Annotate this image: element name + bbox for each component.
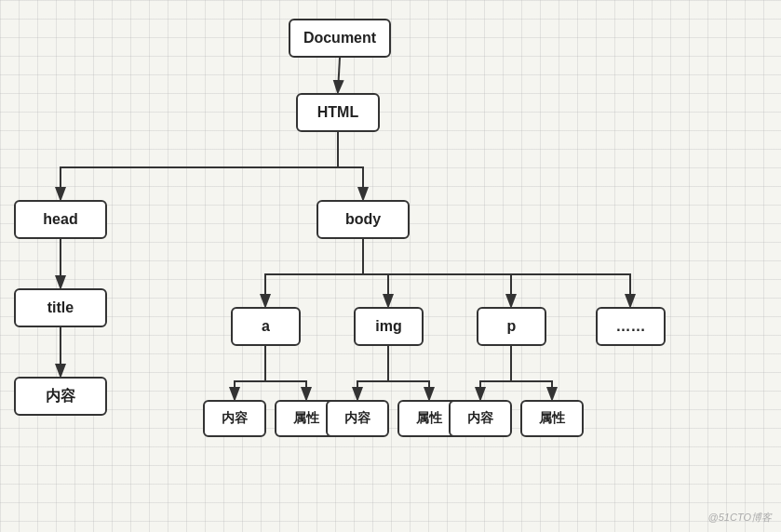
node-p: p: [477, 307, 546, 346]
diagram-container: Document HTML head body title 内容 a img p…: [0, 0, 781, 532]
node-body: body: [316, 200, 410, 239]
node-a: a: [231, 307, 301, 346]
node-img: img: [354, 307, 424, 346]
node-p-content: 内容: [449, 400, 512, 437]
node-title: title: [14, 288, 107, 327]
connector-lines: [0, 0, 781, 532]
node-content1: 内容: [14, 377, 107, 416]
node-a-content: 内容: [203, 400, 266, 437]
svg-line-0: [338, 58, 340, 91]
node-p-attr: 属性: [520, 400, 584, 437]
node-document: Document: [289, 19, 391, 58]
watermark: @51CTO博客: [708, 511, 772, 525]
node-img-content: 内容: [326, 400, 389, 437]
node-dots: ……: [596, 307, 666, 346]
node-html: HTML: [296, 93, 380, 132]
node-head: head: [14, 200, 107, 239]
